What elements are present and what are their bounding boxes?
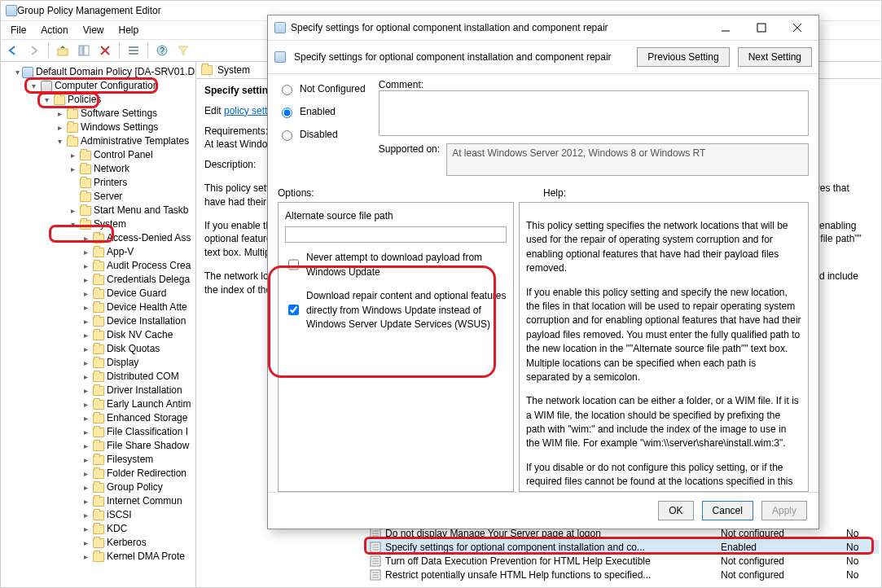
back-button[interactable]	[4, 42, 22, 59]
tree-system-child[interactable]: ▸App-V	[79, 245, 195, 259]
tree-printers[interactable]: Printers	[66, 176, 195, 190]
minimize-button[interactable]	[708, 16, 744, 39]
folder-icon	[93, 400, 104, 410]
tree-label: Distributed COM	[107, 370, 179, 384]
tree-label: Enhanced Storage	[107, 411, 187, 425]
menu-file[interactable]: File	[4, 23, 33, 37]
tree-server[interactable]: Server	[66, 190, 195, 204]
tree-system-child[interactable]: ▸File Classification I	[79, 425, 195, 439]
radio-not-configured[interactable]: Not Configured	[278, 82, 366, 95]
cancel-button[interactable]: Cancel	[702, 501, 753, 520]
tree-system-child[interactable]: ▸Access-Denied Ass	[79, 231, 195, 245]
tree-label: Printers	[94, 176, 127, 190]
tree-system-child[interactable]: ▸Filesystem	[79, 453, 195, 467]
tree-system-child[interactable]: ▸Enhanced Storage	[79, 411, 195, 425]
tree-windows-settings[interactable]: ▸Windows Settings	[53, 121, 195, 134]
download-from-wu-checkbox-row[interactable]: Download repair content and optional fea…	[285, 289, 507, 331]
comment-textarea[interactable]	[379, 90, 809, 136]
filter-button[interactable]	[174, 42, 192, 59]
maximize-button[interactable]	[744, 16, 779, 39]
show-hide-tree-button[interactable]	[75, 42, 93, 59]
alt-source-input[interactable]	[285, 226, 507, 243]
tree-icon	[77, 44, 90, 57]
setting-state: Enabled	[716, 542, 846, 553]
tree-system-child[interactable]: ▸Group Policy	[79, 480, 195, 494]
tree-root[interactable]: ▾Default Domain Policy [DA-SRV01.D	[14, 65, 195, 79]
tree-policies[interactable]: ▾Policies	[40, 93, 195, 107]
tree-software-settings[interactable]: ▸Software Settings	[53, 107, 195, 121]
forward-button[interactable]	[25, 42, 43, 59]
folder-icon	[67, 109, 78, 119]
tree-system-child[interactable]: ▸Device Guard	[79, 287, 195, 301]
tree-system-child[interactable]: ▸Disk NV Cache	[79, 328, 195, 342]
tree-network[interactable]: ▸Network	[66, 162, 195, 176]
svg-rect-7	[129, 53, 138, 55]
setting-row[interactable]: Restrict potentially unsafe HTML Help fu…	[366, 568, 879, 581]
tree-system-child[interactable]: ▸Device Installation	[79, 314, 195, 328]
folder-icon	[80, 192, 91, 202]
next-setting-button[interactable]: Next Setting	[738, 47, 812, 67]
menu-help[interactable]: Help	[112, 23, 146, 37]
tree-system-child[interactable]: ▸Early Launch Antim	[79, 397, 195, 411]
help-pane[interactable]: This policy setting specifies the networ…	[519, 202, 809, 492]
folder-icon	[93, 441, 104, 451]
dialog-titlebar[interactable]: Specify settings for optional component …	[268, 15, 818, 40]
tree-system-child[interactable]: ▸iSCSI	[79, 508, 195, 522]
folder-icon	[80, 165, 91, 174]
tree-system-child[interactable]: ▸Audit Process Crea	[79, 259, 195, 273]
svg-rect-6	[129, 50, 138, 51]
never-download-checkbox-row[interactable]: Never attempt to download payload from W…	[285, 251, 507, 279]
radio-disabled[interactable]: Disabled	[278, 128, 366, 141]
folder-icon	[93, 275, 104, 285]
tree-label: Policies	[68, 93, 101, 107]
tree-system-child[interactable]: ▸KDC	[79, 522, 195, 536]
setting-state: Not configured	[716, 555, 846, 567]
tree-label: Administrative Templates	[81, 134, 189, 148]
tree-label: Device Installation	[107, 314, 186, 328]
computer-icon	[41, 81, 52, 92]
tree-system[interactable]: ▾System	[66, 217, 195, 231]
close-button[interactable]	[779, 16, 815, 39]
tree-system-child[interactable]: ▸Credentials Delega	[79, 273, 195, 287]
tree-pane[interactable]: ▾Default Domain Policy [DA-SRV01.D ▾Comp…	[1, 62, 196, 587]
menu-action[interactable]: Action	[34, 23, 74, 37]
tree-system-child[interactable]: ▸Kernel DMA Prote	[79, 550, 195, 564]
setting-row[interactable]: Turn off Data Execution Prevention for H…	[366, 554, 879, 568]
setting-row[interactable]: Specify settings for optional component …	[366, 540, 879, 554]
up-button[interactable]	[54, 42, 72, 59]
tree-system-child[interactable]: ▸Disk Quotas	[79, 342, 195, 356]
radio-enabled[interactable]: Enabled	[278, 105, 366, 118]
tree-system-child[interactable]: ▸Distributed COM	[79, 370, 195, 384]
delete-button[interactable]	[96, 42, 114, 59]
folder-icon	[93, 261, 104, 271]
apply-button[interactable]: Apply	[761, 501, 807, 520]
menu-view[interactable]: View	[77, 23, 111, 37]
setting-comment: No	[846, 528, 879, 539]
tree-admin-templates[interactable]: ▾Administrative Templates	[53, 134, 195, 148]
setting-state: Not configured	[716, 569, 846, 581]
tree-system-child[interactable]: ▸Device Health Atte	[79, 301, 195, 314]
svg-rect-27	[757, 24, 766, 32]
ok-button[interactable]: OK	[658, 501, 693, 520]
settings-list[interactable]: Do not display Manage Your Server page a…	[366, 526, 879, 581]
tree-system-child[interactable]: ▸Folder Redirection	[79, 467, 195, 480]
tree-system-child[interactable]: ▸File Share Shadow	[79, 439, 195, 453]
help-button[interactable]: ?	[153, 42, 171, 59]
policy-icon	[274, 51, 286, 63]
tree-computer-configuration[interactable]: ▾Computer Configuration	[27, 79, 195, 93]
tree-system-child[interactable]: ▸Display	[79, 356, 195, 370]
tree-control-panel[interactable]: ▸Control Panel	[66, 148, 195, 162]
supported-on-text: At least Windows Server 2012, Windows 8 …	[446, 143, 809, 176]
list-icon	[127, 44, 140, 57]
alt-source-label: Alternate source file path	[285, 209, 507, 223]
properties-button[interactable]	[125, 42, 143, 59]
dialog-subtitle: Specify settings for optional component …	[294, 51, 629, 63]
dialog-title: Specify settings for optional component …	[291, 22, 708, 33]
never-download-checkbox[interactable]	[288, 252, 299, 277]
tree-system-child[interactable]: ▸Driver Installation	[79, 384, 195, 397]
tree-system-child[interactable]: ▸Internet Commun	[79, 494, 195, 508]
tree-start-menu[interactable]: ▸Start Menu and Taskb	[66, 204, 195, 217]
tree-system-child[interactable]: ▸Kerberos	[79, 536, 195, 550]
download-from-wu-checkbox[interactable]	[288, 291, 299, 329]
previous-setting-button[interactable]: Previous Setting	[637, 47, 729, 67]
